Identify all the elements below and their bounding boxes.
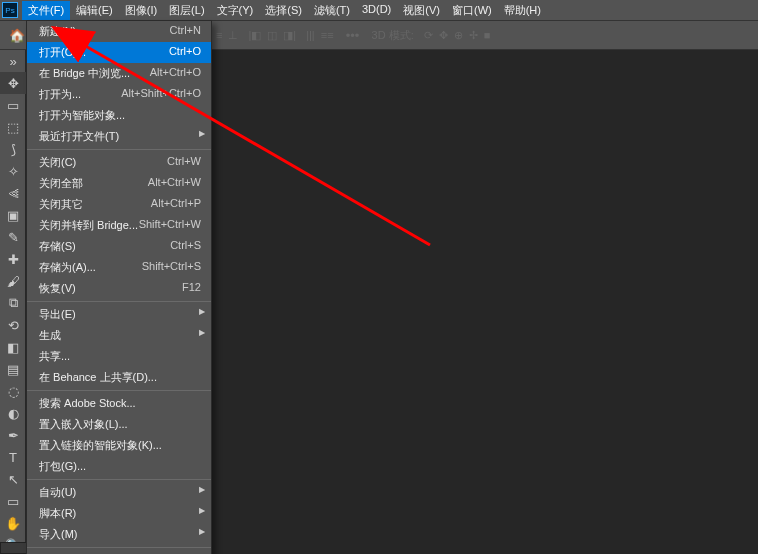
align-center-icon[interactable]: ◫: [267, 29, 277, 42]
menu-item-label: 打开为智能对象...: [39, 108, 125, 123]
mode-3d-icons: ⟳ ✥ ⊕ ✢ ■: [424, 29, 491, 42]
menu-item-在-behance-上共享d[interactable]: 在 Behance 上共享(D)...: [27, 367, 211, 388]
menu-item-label: 最近打开文件(T): [39, 129, 119, 144]
menu-item-生成[interactable]: 生成: [27, 325, 211, 346]
menu-item-label: 关闭并转到 Bridge...: [39, 218, 138, 233]
menu-item-label: 关闭(C): [39, 155, 76, 170]
menu-item-共享[interactable]: 共享...: [27, 346, 211, 367]
gradient-tool[interactable]: ▤: [0, 358, 26, 380]
menu-item-关闭全部[interactable]: 关闭全部Alt+Ctrl+W: [27, 173, 211, 194]
menu-item-shortcut: Alt+Shift+Ctrl+O: [121, 87, 201, 102]
brush-tool[interactable]: 🖌: [0, 270, 26, 292]
rectangle-tool[interactable]: ▭: [0, 490, 26, 512]
file-menu-dropdown: 新建(N)...Ctrl+N打开(O)...Ctrl+O在 Bridge 中浏览…: [26, 20, 212, 554]
align-left-icon[interactable]: |◧: [248, 29, 261, 42]
menu-item-置入嵌入对象l[interactable]: 置入嵌入对象(L)...: [27, 414, 211, 435]
menu-item-shortcut: Ctrl+W: [167, 155, 201, 170]
menu-item-关闭其它[interactable]: 关闭其它Alt+Ctrl+P: [27, 194, 211, 215]
menu-item-脚本r[interactable]: 脚本(R): [27, 503, 211, 524]
menu-item-shortcut: Shift+Ctrl+W: [139, 218, 201, 233]
menu-编辑[interactable]: 编辑(E): [70, 1, 119, 20]
menubar: Ps 文件(F)编辑(E)图像(I)图层(L)文字(Y)选择(S)滤镜(T)3D…: [0, 0, 758, 20]
orbit-icon[interactable]: ⟳: [424, 29, 433, 42]
menu-item-恢复v[interactable]: 恢复(V)F12: [27, 278, 211, 299]
menu-窗口[interactable]: 窗口(W): [446, 1, 498, 20]
menu-item-shortcut: Ctrl+S: [170, 239, 201, 254]
pen-tool[interactable]: ✒: [0, 424, 26, 446]
menu-item-label: 在 Bridge 中浏览...: [39, 66, 130, 81]
menu-item-关闭c[interactable]: 关闭(C)Ctrl+W: [27, 152, 211, 173]
history-tool[interactable]: ⟲: [0, 314, 26, 336]
blur-tool[interactable]: ◌: [0, 380, 26, 402]
menu-item-最近打开文件t[interactable]: 最近打开文件(T): [27, 126, 211, 147]
menu-item-在-bridge-中浏览[interactable]: 在 Bridge 中浏览...Alt+Ctrl+O: [27, 63, 211, 84]
pan-icon[interactable]: ✥: [439, 29, 448, 42]
path-select-tool[interactable]: ↖: [0, 468, 26, 490]
align-middle-icon[interactable]: ≡: [216, 29, 222, 42]
menu-item-新建n[interactable]: 新建(N)...Ctrl+N: [27, 21, 211, 42]
menu-item-置入链接的智能对象k[interactable]: 置入链接的智能对象(K)...: [27, 435, 211, 456]
menu-separator: [27, 149, 211, 150]
dist-icon[interactable]: ≡≡: [321, 29, 334, 41]
light-icon[interactable]: ✢: [469, 29, 478, 42]
menu-选择[interactable]: 选择(S): [259, 1, 308, 20]
artboard-tool[interactable]: ▭: [0, 94, 26, 116]
more-icon[interactable]: •••: [344, 26, 362, 44]
crop-tool[interactable]: ⫷: [0, 182, 26, 204]
menu-item-label: 共享...: [39, 349, 70, 364]
menu-separator: [27, 390, 211, 391]
menu-item-label: 置入链接的智能对象(K)...: [39, 438, 162, 453]
menu-视图[interactable]: 视图(V): [397, 1, 446, 20]
app-logo: Ps: [2, 2, 18, 18]
type-tool[interactable]: T: [0, 446, 26, 468]
menu-item-打开为智能对象[interactable]: 打开为智能对象...: [27, 105, 211, 126]
menu-item-关闭并转到-bridge[interactable]: 关闭并转到 Bridge...Shift+Ctrl+W: [27, 215, 211, 236]
hand-tool[interactable]: ✋: [0, 512, 26, 534]
menu-图像[interactable]: 图像(I): [119, 1, 163, 20]
align-bottom-icon[interactable]: ⊥: [228, 29, 238, 42]
move-tool[interactable]: ✥: [0, 72, 26, 94]
menu-item-shortcut: Alt+Ctrl+P: [151, 197, 201, 212]
dist-icon[interactable]: |||: [306, 29, 315, 41]
menu-item-label: 在 Behance 上共享(D)...: [39, 370, 157, 385]
menu-图层[interactable]: 图层(L): [163, 1, 210, 20]
align-right-icon[interactable]: ◨|: [283, 29, 296, 42]
quick-select-tool[interactable]: ✧: [0, 160, 26, 182]
menu-item-label: 存储(S): [39, 239, 76, 254]
menu-item-导出e[interactable]: 导出(E): [27, 304, 211, 325]
home-icon[interactable]: 🏠: [8, 26, 26, 44]
menu-3d[interactable]: 3D(D): [356, 1, 397, 20]
menu-item-文件简介f[interactable]: 文件简介(F)...Alt+Shift+Ctrl+I: [27, 550, 211, 554]
dodge-tool[interactable]: ◐: [0, 402, 26, 424]
menu-item-自动u[interactable]: 自动(U): [27, 482, 211, 503]
marquee-tool[interactable]: ⬚: [0, 116, 26, 138]
menu-文字[interactable]: 文字(Y): [211, 1, 260, 20]
menu-item-shortcut: Ctrl+N: [170, 24, 201, 39]
menu-item-打包g[interactable]: 打包(G)...: [27, 456, 211, 477]
menu-item-搜索-adobe-stock[interactable]: 搜索 Adobe Stock...: [27, 393, 211, 414]
menu-item-label: 新建(N)...: [39, 24, 85, 39]
menu-帮助[interactable]: 帮助(H): [498, 1, 547, 20]
menu-item-打开o[interactable]: 打开(O)...Ctrl+O: [27, 42, 211, 63]
menu-item-存储s[interactable]: 存储(S)Ctrl+S: [27, 236, 211, 257]
menu-item-shortcut: Alt+Ctrl+O: [150, 66, 201, 81]
expand-icon[interactable]: »: [0, 50, 26, 72]
healing-tool[interactable]: ✚: [0, 248, 26, 270]
menu-item-label: 关闭其它: [39, 197, 83, 212]
zoom-3d-icon[interactable]: ⊕: [454, 29, 463, 42]
menu-item-导入m[interactable]: 导入(M): [27, 524, 211, 545]
clone-tool[interactable]: ⧉: [0, 292, 26, 314]
lasso-tool[interactable]: ⟆: [0, 138, 26, 160]
menu-item-存储为a[interactable]: 存储为(A)...Shift+Ctrl+S: [27, 257, 211, 278]
menu-item-shortcut: F12: [182, 281, 201, 296]
eraser-tool[interactable]: ◧: [0, 336, 26, 358]
frame-tool[interactable]: ▣: [0, 204, 26, 226]
menu-item-打开为[interactable]: 打开为...Alt+Shift+Ctrl+O: [27, 84, 211, 105]
menu-滤镜[interactable]: 滤镜(T): [308, 1, 356, 20]
menu-文件[interactable]: 文件(F): [22, 1, 70, 20]
menu-item-label: 自动(U): [39, 485, 76, 500]
menu-item-shortcut: Shift+Ctrl+S: [142, 260, 201, 275]
eyedropper-tool[interactable]: ✎: [0, 226, 26, 248]
camera-icon[interactable]: ■: [484, 29, 491, 42]
menu-separator: [27, 547, 211, 548]
